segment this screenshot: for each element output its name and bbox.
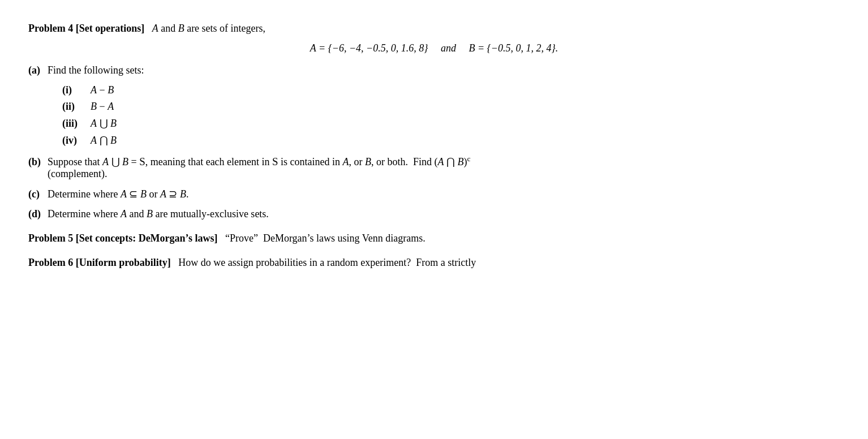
part-a-content: Find the following sets: bbox=[48, 64, 840, 76]
part-d-content: Determine where A and B are mutually-exc… bbox=[48, 208, 840, 220]
subpart-iv-content: A ⋂ B bbox=[91, 134, 117, 147]
problem-6-tag: [Uniform probability] bbox=[76, 257, 171, 268]
subpart-ii: (ii) B − A bbox=[62, 101, 840, 113]
part-d-label: (d) bbox=[28, 208, 44, 220]
problem-4-tag: [Set operations] bbox=[76, 23, 144, 34]
problem-4-part-a: (a) Find the following sets: bbox=[28, 64, 840, 76]
problem-4: Problem 4 [Set operations] A and B are s… bbox=[28, 23, 840, 220]
part-b-label: (b) bbox=[28, 156, 44, 168]
problem-5: Problem 5 [Set concepts: DeMorgan’s laws… bbox=[28, 233, 840, 244]
problem-5-title: Problem 5 bbox=[28, 233, 73, 244]
problem-6: Problem 6 [Uniform probability] How do w… bbox=[28, 257, 840, 269]
problem-4-part-d: (d) Determine where A and B are mutually… bbox=[28, 208, 840, 220]
subpart-i: (i) A − B bbox=[62, 84, 840, 96]
problem-6-text: How do we assign probabilities in a rand… bbox=[173, 257, 476, 268]
problem-5-text: “Prove” DeMorgan’s laws using Venn diagr… bbox=[220, 233, 426, 244]
part-b-content: Suppose that A ⋃ B = S, meaning that eac… bbox=[48, 154, 840, 180]
subpart-i-label: (i) bbox=[62, 84, 85, 96]
problem-6-title: Problem 6 bbox=[28, 257, 73, 268]
subpart-iii-label: (iii) bbox=[62, 118, 85, 130]
problem-4-header: Problem 4 [Set operations] A and B are s… bbox=[28, 23, 840, 35]
problem-4-part-c: (c) Determine where A ⊆ B or A ⊇ B. bbox=[28, 188, 840, 200]
problem-4-title: Problem 4 bbox=[28, 23, 73, 34]
subpart-iii: (iii) A ⋃ B bbox=[62, 117, 840, 130]
subpart-iv: (iv) A ⋂ B bbox=[62, 134, 840, 147]
problem-6-header: Problem 6 [Uniform probability] How do w… bbox=[28, 257, 840, 269]
subpart-i-content: A − B bbox=[91, 84, 114, 96]
subpart-ii-label: (ii) bbox=[62, 101, 85, 113]
part-c-label: (c) bbox=[28, 188, 44, 200]
part-a-subparts: (i) A − B (ii) B − A (iii) A ⋃ B (iv) A … bbox=[62, 84, 840, 147]
subpart-iv-label: (iv) bbox=[62, 135, 85, 147]
problem-4-display-math: A = {−6, −4, −0.5, 0, 1.6, 8} and B = {−… bbox=[28, 42, 840, 54]
subpart-ii-content: B − A bbox=[91, 101, 114, 113]
subpart-iii-content: A ⋃ B bbox=[91, 117, 117, 130]
problem-5-header: Problem 5 [Set concepts: DeMorgan’s laws… bbox=[28, 233, 840, 244]
problem-4-intro: A and B are sets of integers, bbox=[147, 23, 265, 34]
problem-5-tag: [Set concepts: DeMorgan’s laws] bbox=[76, 233, 218, 244]
part-c-content: Determine where A ⊆ B or A ⊇ B. bbox=[48, 188, 840, 200]
part-a-label: (a) bbox=[28, 64, 44, 76]
page-content: Problem 4 [Set operations] A and B are s… bbox=[28, 23, 840, 269]
problem-4-part-b: (b) Suppose that A ⋃ B = S, meaning that… bbox=[28, 154, 840, 180]
